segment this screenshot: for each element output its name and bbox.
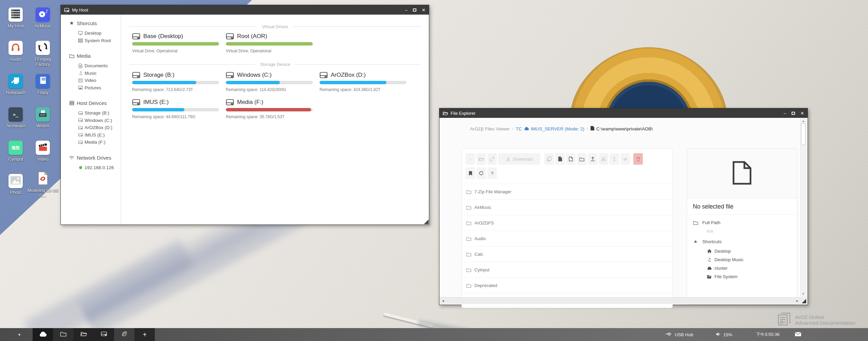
sidebar-item-storage-b[interactable]: Storage (B:): [78, 109, 121, 117]
delete-button[interactable]: [633, 153, 643, 165]
window-resize-grip[interactable]: [800, 297, 807, 304]
folder-icon: [466, 252, 471, 256]
taskbar-drive-button[interactable]: [94, 328, 114, 341]
tray-messages[interactable]: [795, 328, 801, 341]
maximize-button[interactable]: [413, 8, 416, 12]
drive-tile-media-f[interactable]: Media (F:) Remaining space: 35.78G/1.53T: [226, 99, 313, 119]
minimize-button[interactable]: –: [405, 8, 408, 12]
desktop-icon-modeling-doc[interactable]: Modeling Lo cal G...: [27, 172, 58, 198]
file-outline-icon: [732, 161, 752, 186]
sidebar-item-music[interactable]: ♫ Music: [78, 70, 121, 77]
sidebar-item-arozbox-d[interactable]: ArOZBox (D:): [78, 124, 121, 131]
breadcrumb-root[interactable]: ArOZβ Files Viewer: [470, 126, 510, 131]
shortcut-file-system[interactable]: File System: [707, 272, 797, 281]
drive-tile-storage-b[interactable]: Storage (B:) Remaining space: 713.64G/2.…: [132, 72, 219, 92]
shortcut-cluster[interactable]: cluster: [707, 264, 797, 272]
drive-tile-windows-c[interactable]: Windows (C:) Remaining space: 114.42G/30…: [226, 72, 313, 92]
sidebar-item-media-f[interactable]: Media (F:): [78, 139, 121, 146]
scroll-right-arrow[interactable]: ►: [796, 299, 799, 303]
file-row[interactable]: Audio: [462, 231, 672, 246]
taskbar-leaf-button[interactable]: [114, 328, 134, 341]
paste-button[interactable]: [555, 153, 565, 165]
desktop-icon-notepada[interactable]: NotepadA: [0, 74, 31, 95]
new-file-button[interactable]: [566, 153, 576, 165]
window-resize-grip[interactable]: [424, 219, 429, 224]
bookmark-button[interactable]: [466, 167, 475, 179]
sidebar-item-desktop[interactable]: Desktop: [78, 30, 121, 37]
rename-button[interactable]: [610, 153, 619, 165]
drive-icon: [226, 72, 234, 78]
desktop-icon-airmusic[interactable]: ♪ AirMusic: [27, 7, 58, 29]
scrollbar-thumb[interactable]: [801, 123, 806, 145]
up-directory-button[interactable]: ↑: [466, 153, 475, 165]
taskbar-folder-open-button[interactable]: [73, 328, 94, 341]
sidebar-item-imus-e[interactable]: IMUS (E:): [78, 131, 121, 139]
help-button[interactable]: ?: [487, 167, 497, 179]
horizontal-scrollbar[interactable]: ◄ ►: [439, 297, 801, 304]
my-host-titlebar[interactable]: My Host – ✕: [61, 5, 429, 15]
scroll-up-arrow[interactable]: ▲: [801, 120, 806, 123]
folder-icon: [466, 236, 471, 241]
file-row[interactable]: Calc: [462, 246, 672, 262]
drive-tile-base[interactable]: Base (Desktop) Virtual Drive, Operationa…: [132, 33, 219, 53]
desktop-icon-cyinput[interactable]: 速型 Cyinput: [0, 141, 31, 162]
taskbar-cloud-button[interactable]: [33, 328, 53, 341]
shortcut-desktop-music[interactable]: ♫ Desktop Music: [707, 255, 797, 264]
drive-icon: [320, 72, 328, 78]
vertical-scrollbar[interactable]: ▲ ▼: [800, 119, 806, 297]
breadcrumb-path[interactable]: C:\wamp\www\private\AOB\: [591, 126, 653, 131]
desktop-icon-myhost[interactable]: My Host: [0, 7, 31, 29]
file-row[interactable]: AirMusic: [462, 199, 672, 215]
taskbar-collapse-chevron-icon[interactable]: ▼: [18, 333, 21, 337]
open-folder-button[interactable]: [476, 153, 486, 165]
download-button[interactable]: Download: [498, 153, 540, 165]
new-folder-button[interactable]: [577, 153, 586, 165]
copy-button[interactable]: [544, 153, 554, 165]
server-stack-icon: [69, 101, 74, 105]
drive-tile-arozbox-d[interactable]: ArOZBox (D:) Remaining space: 424.36G/1.…: [320, 72, 406, 92]
minimize-button[interactable]: –: [784, 111, 786, 115]
desktop-icon-audio[interactable]: Audio: [0, 41, 31, 62]
close-button[interactable]: ✕: [800, 111, 804, 115]
taskbar-folder-button[interactable]: [53, 328, 73, 341]
taskbar-add-button[interactable]: +: [134, 328, 155, 341]
tray-usb[interactable]: USB Hub: [665, 328, 693, 341]
drive-tile-imus-e[interactable]: IMUS (E:) Remaining space: 44.69G/111.79…: [132, 99, 219, 119]
maximize-button[interactable]: [792, 112, 795, 115]
move-swap-button[interactable]: ⇄: [620, 153, 630, 165]
desktop-icon-terminala[interactable]: >_ TerminalA: [0, 107, 31, 128]
folder-icon: [466, 205, 471, 210]
close-button[interactable]: ✕: [422, 8, 426, 12]
file-row[interactable]: Deprecated: [462, 277, 672, 293]
desktop-icon-filary[interactable]: Filary: [27, 74, 58, 95]
drive-tile-root[interactable]: Root (AOR) Virtual Drive, Operational: [226, 33, 313, 53]
taskbar: ▼ + USB Hub 15% 下午3:55:36: [0, 328, 868, 341]
scroll-left-arrow[interactable]: ◄: [441, 299, 445, 303]
file-explorer-titlebar[interactable]: File Explorer – ✕: [439, 108, 808, 118]
desktop-icon-photo[interactable]: Photo: [0, 174, 31, 195]
desktop-icon-video[interactable]: Video: [27, 141, 58, 162]
sidebar-item-system-root[interactable]: System Root: [78, 37, 121, 44]
scroll-down-arrow[interactable]: ▼: [801, 292, 806, 295]
sidebar-item-pictures[interactable]: Pictures: [78, 84, 121, 92]
open-external-button[interactable]: [487, 153, 497, 165]
refresh-button[interactable]: [476, 167, 486, 179]
cjk-glyph-icon: 速型: [12, 145, 20, 151]
desktop-icon-ffmpeg-factory[interactable]: FFmpeg Factory: [27, 41, 58, 67]
shortcut-desktop[interactable]: Desktop: [707, 247, 797, 255]
cut-button[interactable]: [599, 153, 608, 165]
drive-icon: [78, 140, 83, 144]
file-row[interactable]: ArOZDFS: [462, 215, 672, 231]
sidebar-item-network-host[interactable]: 192.168.0.126: [78, 164, 121, 172]
file-row[interactable]: Cyinput: [462, 262, 672, 277]
sidebar-item-documents[interactable]: Documents: [78, 62, 121, 70]
breadcrumb-host-link[interactable]: TC IMUS_SERVER (Mode: 2): [516, 126, 584, 131]
upload-button[interactable]: [588, 153, 597, 165]
tray-volume[interactable]: 15%: [716, 328, 732, 341]
sidebar-item-video[interactable]: Video: [78, 77, 121, 84]
window-title: My Host: [72, 7, 88, 13]
sidebar-item-windows-c[interactable]: Windows (C:): [78, 117, 121, 124]
file-row[interactable]: 7-Zip File Manager: [462, 184, 672, 199]
desktop-icon-writea[interactable]: WriteA: [27, 107, 58, 128]
tray-clock[interactable]: 下午3:55:36: [756, 328, 779, 341]
